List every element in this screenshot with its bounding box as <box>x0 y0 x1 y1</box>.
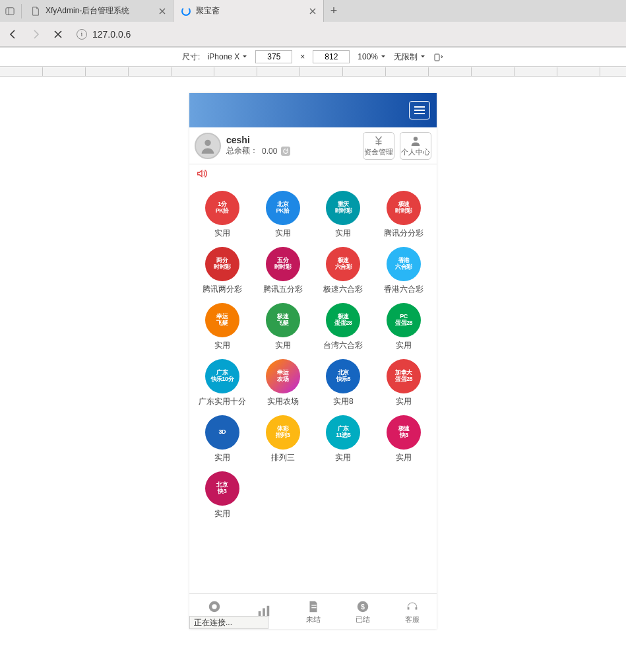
zoom-value: 100% <box>358 52 378 61</box>
address-bar: i 127.0.0.6 <box>0 22 626 46</box>
game-ball-icon: 极速六合彩 <box>326 247 360 281</box>
window-controls <box>0 7 20 16</box>
game-label: 实用农场 <box>267 396 299 407</box>
nav-settled[interactable]: $ 已结 <box>338 594 387 629</box>
game-item-13[interactable]: 幸运农场实用农场 <box>253 355 313 411</box>
rotate-icon[interactable] <box>433 51 444 62</box>
nav-unsettled[interactable]: 未结 <box>288 594 338 629</box>
close-icon[interactable] <box>158 7 166 15</box>
menu-button[interactable] <box>409 101 430 119</box>
game-item-11[interactable]: PC蛋蛋28实用 <box>373 299 434 355</box>
nav-label: 客服 <box>405 615 420 624</box>
game-label: 广东实用十分 <box>199 396 246 407</box>
game-ball-icon: 体彩排列3 <box>266 415 300 450</box>
game-grid-area[interactable]: 1分PK拾实用北京PK拾实用重庆时时彩实用极速时时彩腾讯分分彩两分时时彩腾讯两分… <box>189 183 437 593</box>
game-ball-icon: 北京PK拾 <box>266 191 300 225</box>
speaker-icon[interactable] <box>196 168 208 180</box>
ruler <box>0 67 626 77</box>
game-item-8[interactable]: 幸运飞艇实用 <box>192 299 253 355</box>
back-button[interactable] <box>4 25 22 44</box>
user-balance: 总余额： 0.00 <box>226 145 358 156</box>
viewport-stage: ceshi 总余额： 0.00 资金管理 个人中心 1分PK拾实用北京PK拾实用… <box>0 77 626 672</box>
status-text: 正在连接... <box>194 617 232 628</box>
balance-label: 总余额： <box>226 145 258 156</box>
game-label: 实用 <box>335 228 351 239</box>
game-item-0[interactable]: 1分PK拾实用 <box>192 187 253 243</box>
game-label: 排列三 <box>271 452 295 463</box>
balance-value: 0.00 <box>262 147 277 156</box>
game-item-7[interactable]: 香港六合彩香港六合彩 <box>373 243 434 299</box>
site-info-icon[interactable]: i <box>77 29 87 40</box>
game-label: 实用 <box>214 340 230 351</box>
svg-point-4 <box>414 137 418 141</box>
svg-point-6 <box>212 604 216 609</box>
svg-rect-9 <box>266 606 269 617</box>
browser-tab-xfyadmin[interactable]: XfyAdmin-后台管理系统 <box>23 0 173 22</box>
responsive-toolbar: 尺寸: iPhone X × 100% 无限制 <box>0 48 626 67</box>
game-item-4[interactable]: 两分时时彩腾讯两分彩 <box>192 243 253 299</box>
app-header <box>189 93 437 127</box>
game-ball-icon: 极速时时彩 <box>387 191 421 225</box>
chip-icon <box>207 599 222 614</box>
game-ball-icon: 北京快乐8 <box>326 359 360 393</box>
game-item-18[interactable]: 广东11选5实用 <box>313 411 374 467</box>
game-item-17[interactable]: 体彩排列3排列三 <box>253 411 313 467</box>
game-ball-icon: 1分PK拾 <box>205 191 239 225</box>
fund-management-button[interactable]: 资金管理 <box>363 132 394 160</box>
game-ball-icon: 重庆时时彩 <box>326 191 360 225</box>
new-tab-button[interactable]: + <box>324 0 344 22</box>
fund-label: 资金管理 <box>364 147 393 157</box>
game-label: 台湾六合彩 <box>323 340 363 351</box>
game-item-9[interactable]: 极速飞艇实用 <box>253 299 313 355</box>
nav-service[interactable]: 客服 <box>387 594 437 629</box>
announcement-bar <box>189 164 437 183</box>
game-ball-icon: 极速快3 <box>387 415 421 450</box>
forward-button[interactable] <box>26 25 45 44</box>
game-item-5[interactable]: 五分时时彩腾讯五分彩 <box>253 243 313 299</box>
game-item-2[interactable]: 重庆时时彩实用 <box>313 187 374 243</box>
width-input[interactable] <box>255 50 292 63</box>
game-item-15[interactable]: 加拿大蛋蛋28实用 <box>373 355 434 411</box>
size-label: 尺寸: <box>182 51 200 63</box>
mobile-viewport: ceshi 总余额： 0.00 资金管理 个人中心 1分PK拾实用北京PK拾实用… <box>189 93 437 629</box>
close-icon[interactable] <box>309 7 317 15</box>
browser-tab-jubao[interactable]: 聚宝斋 <box>173 0 324 22</box>
throttle-dropdown[interactable]: 无限制 <box>394 51 425 63</box>
svg-rect-10 <box>311 605 316 605</box>
game-ball-icon: 广东快乐10分 <box>205 359 239 393</box>
game-ball-icon: PC蛋蛋28 <box>387 303 421 337</box>
game-item-14[interactable]: 北京快乐8实用8 <box>313 355 374 411</box>
profile-center-button[interactable]: 个人中心 <box>400 132 431 160</box>
sidebar-toggle-icon[interactable] <box>5 7 15 16</box>
height-input[interactable] <box>313 50 350 63</box>
svg-point-3 <box>204 139 210 145</box>
bottom-nav: 购彩 未结 $ 已结 客服 正在连接... <box>189 593 437 629</box>
game-grid: 1分PK拾实用北京PK拾实用重庆时时彩实用极速时时彩腾讯分分彩两分时时彩腾讯两分… <box>192 187 434 523</box>
url-text: 127.0.0.6 <box>92 29 131 40</box>
zoom-dropdown[interactable]: 100% <box>358 52 386 61</box>
coin-icon: $ <box>356 599 370 614</box>
game-item-6[interactable]: 极速六合彩极速六合彩 <box>313 243 374 299</box>
game-label: 腾讯两分彩 <box>203 284 242 295</box>
avatar[interactable] <box>195 133 221 159</box>
game-item-16[interactable]: 3D实用 <box>192 411 253 467</box>
loading-icon <box>181 7 191 16</box>
game-ball-icon: 五分时时彩 <box>266 247 300 281</box>
game-item-1[interactable]: 北京PK拾实用 <box>253 187 313 243</box>
user-info-row: ceshi 总余额： 0.00 资金管理 个人中心 <box>189 127 437 164</box>
status-bar: 正在连接... <box>189 616 268 629</box>
stop-reload-button[interactable] <box>49 25 67 44</box>
url-field[interactable]: i 127.0.0.6 <box>71 25 136 44</box>
game-item-10[interactable]: 极速蛋蛋28台湾六合彩 <box>313 299 374 355</box>
game-item-19[interactable]: 极速快3实用 <box>373 411 434 467</box>
game-label: 实用 <box>396 396 412 407</box>
svg-rect-0 <box>6 7 14 15</box>
game-label: 实用 <box>275 340 291 351</box>
game-item-20[interactable]: 北京快3实用 <box>192 467 253 523</box>
game-item-12[interactable]: 广东快乐10分广东实用十分 <box>192 355 253 411</box>
game-label: 实用 <box>214 508 230 520</box>
game-item-3[interactable]: 极速时时彩腾讯分分彩 <box>373 187 434 243</box>
game-ball-icon: 幸运农场 <box>266 359 300 393</box>
device-size-dropdown[interactable]: 尺寸: iPhone X <box>182 51 247 63</box>
refresh-balance-button[interactable] <box>281 147 290 156</box>
